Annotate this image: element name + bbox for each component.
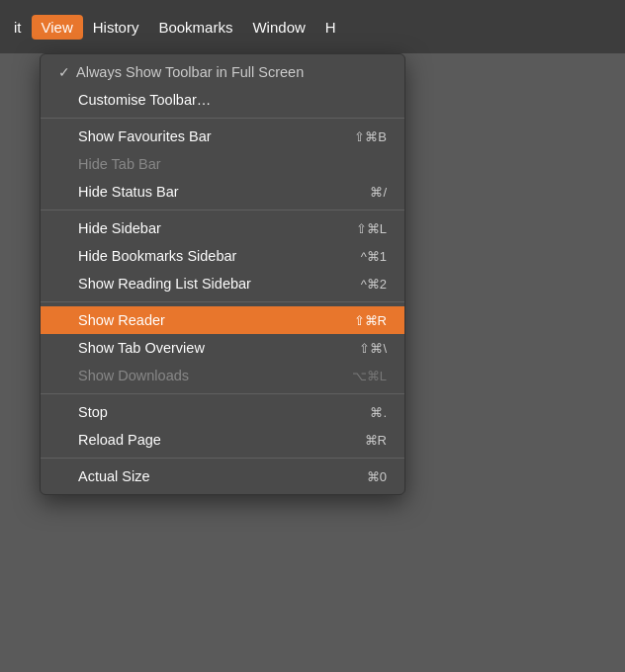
menu-item-show-reader[interactable]: Show Reader ⇧⌘R	[41, 306, 404, 334]
menu-bar-item-window[interactable]: Window	[242, 15, 314, 40]
menu-bar: it View History Bookmarks Window H	[0, 0, 625, 53]
menu-item-show-tab-overview[interactable]: Show Tab Overview ⇧⌘\	[41, 334, 404, 362]
separator-3	[41, 301, 404, 302]
menu-item-reload-page[interactable]: Reload Page ⌘R	[41, 426, 404, 454]
separator-1	[41, 118, 404, 119]
menu-bar-item-bookmarks[interactable]: Bookmarks	[148, 15, 242, 40]
menu-bar-item-edit[interactable]: it	[4, 15, 32, 40]
menu-item-stop[interactable]: Stop ⌘.	[41, 398, 404, 426]
menu-bar-item-history[interactable]: History	[83, 15, 149, 40]
menu-item-show-reading-list-sidebar[interactable]: Show Reading List Sidebar ^⌘2	[41, 270, 404, 297]
menu-item-show-downloads: Show Downloads ⌥⌘L	[41, 362, 404, 389]
menu-item-actual-size[interactable]: Actual Size ⌘0	[41, 462, 404, 490]
separator-4	[41, 393, 404, 394]
separator-2	[41, 210, 404, 210]
menu-item-hide-bookmarks-sidebar[interactable]: Hide Bookmarks Sidebar ^⌘1	[41, 242, 404, 270]
menu-item-hide-status-bar[interactable]: Hide Status Bar ⌘/	[41, 178, 404, 206]
menu-bar-item-help[interactable]: H	[315, 15, 346, 40]
view-menu-dropdown: ✓ Always Show Toolbar in Full Screen Cus…	[40, 53, 405, 495]
menu-item-customise-toolbar[interactable]: Customise Toolbar…	[41, 86, 404, 114]
menu-bar-item-view[interactable]: View	[32, 15, 83, 40]
menu-item-show-favourites-bar[interactable]: Show Favourites Bar ⇧⌘B	[41, 123, 404, 150]
check-icon: ✓	[58, 64, 70, 80]
menu-item-hide-tab-bar: Hide Tab Bar	[41, 150, 404, 178]
menu-item-always-show-toolbar[interactable]: ✓ Always Show Toolbar in Full Screen	[41, 58, 404, 86]
separator-5	[41, 458, 404, 459]
menu-item-hide-sidebar[interactable]: Hide Sidebar ⇧⌘L	[41, 214, 404, 242]
